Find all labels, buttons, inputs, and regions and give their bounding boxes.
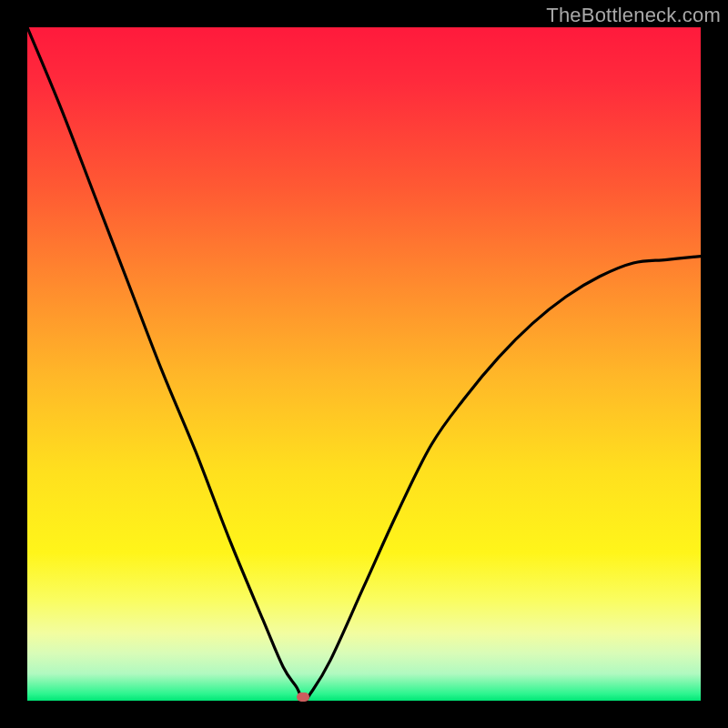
watermark-text: TheBottleneck.com (546, 4, 721, 27)
plot-area (27, 27, 701, 701)
chart-frame: TheBottleneck.com (0, 0, 728, 728)
bottleneck-curve (27, 27, 701, 701)
